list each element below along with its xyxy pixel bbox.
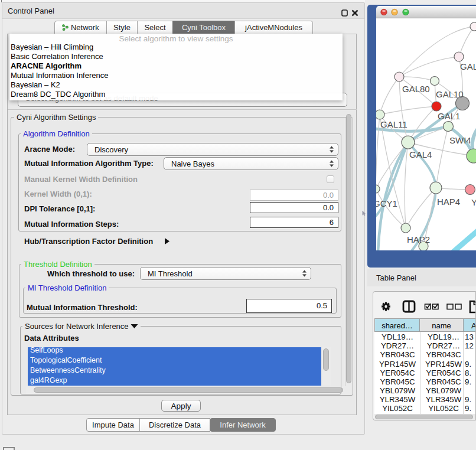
- svg-text:GAL80: GAL80: [402, 84, 430, 94]
- svg-text:YJ: YJ: [471, 197, 476, 207]
- svg-text:HAP4: HAP4: [437, 197, 460, 207]
- svg-text:SWI4: SWI4: [449, 135, 471, 145]
- svg-text:GAL10: GAL10: [436, 89, 464, 99]
- svg-text:GCY1: GCY1: [376, 198, 397, 208]
- svg-text:GAL3: GAL3: [460, 61, 476, 71]
- svg-text:HAP2: HAP2: [407, 234, 430, 244]
- svg-text:GAL1: GAL1: [438, 111, 460, 121]
- svg-text:GAL4: GAL4: [409, 149, 432, 159]
- svg-text:GAL11: GAL11: [380, 119, 407, 129]
